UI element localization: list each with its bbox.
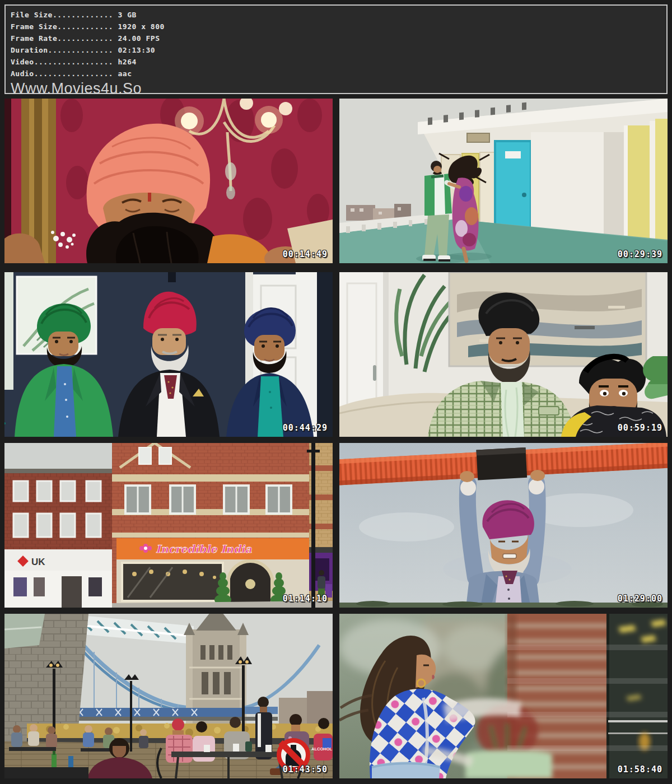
movie-still-4: 00:59:19: [339, 272, 668, 437]
file-size-line: File Size............. 3 GB: [11, 9, 666, 21]
frame-rate-line: Frame Rate............ 24.00 FPS: [11, 32, 666, 44]
timestamp-badge: 00:29:39: [618, 249, 662, 259]
timestamp-badge: 00:59:19: [618, 423, 662, 433]
alcohol-warning-text: ALCOHOL CONSUMPTION IS INJURIOUS TO HEAL…: [311, 746, 333, 752]
still-image-three-men: [4, 272, 333, 437]
movie-still-5: UK Incredible India: [4, 443, 333, 608]
mint-planter: [465, 750, 552, 778]
movie-still-1: 00:14:49: [4, 99, 333, 263]
still-image-tower-bridge-cafe: ALCOHOL CONSUMPTION IS INJURIOUS TO HEAL…: [4, 614, 333, 778]
timestamp-badge: 00:14:49: [283, 249, 328, 259]
still-image-beach-huts: [339, 99, 668, 263]
still-image-hanging-pipe: [339, 443, 668, 608]
incredible-india-building: Incredible India: [112, 443, 309, 608]
duration-line: Duration.............. 02:13:30: [11, 44, 666, 56]
media-info-panel: File Size............. 3 GB Frame Size..…: [4, 4, 668, 94]
movie-still-3: 00:44:29: [4, 272, 333, 437]
uk-shop-sign: UK: [31, 557, 45, 567]
movie-still-8: 01:58:40: [339, 614, 668, 778]
still-image-motion-blur: [339, 614, 668, 778]
timestamp-badge: 00:44:29: [283, 423, 328, 433]
movie-still-6: 01:29:00: [339, 443, 668, 608]
monstera-plant: [643, 356, 668, 399]
abstract-painting: [449, 272, 646, 366]
still-image-living-room: [339, 272, 668, 437]
movie-still-7: ALCOHOL CONSUMPTION IS INJURIOUS TO HEAL…: [4, 614, 333, 778]
still-image-seer-red-room: [4, 99, 333, 263]
left-building: UK: [4, 469, 112, 608]
still-image-london-street: UK Incredible India: [4, 443, 333, 608]
dark-window: [606, 614, 668, 778]
movie-still-2: 00:29:39: [339, 99, 668, 263]
pedestrian: [318, 570, 325, 589]
restaurant-sign-text: Incredible India: [156, 543, 252, 555]
timestamp-badge: 01:14:10: [283, 594, 328, 604]
timestamp-badge: 01:58:40: [618, 764, 662, 774]
timestamp-badge: 01:29:00: [618, 594, 662, 604]
timestamp-badge: 01:43:50: [283, 764, 328, 774]
site-watermark: Www.Movies4u.So: [11, 80, 666, 97]
audio-codec-line: Audio................. aac: [11, 68, 666, 80]
frame-size-line: Frame Size............ 1920 x 800: [11, 21, 666, 32]
video-codec-line: Video................. h264: [11, 56, 666, 68]
